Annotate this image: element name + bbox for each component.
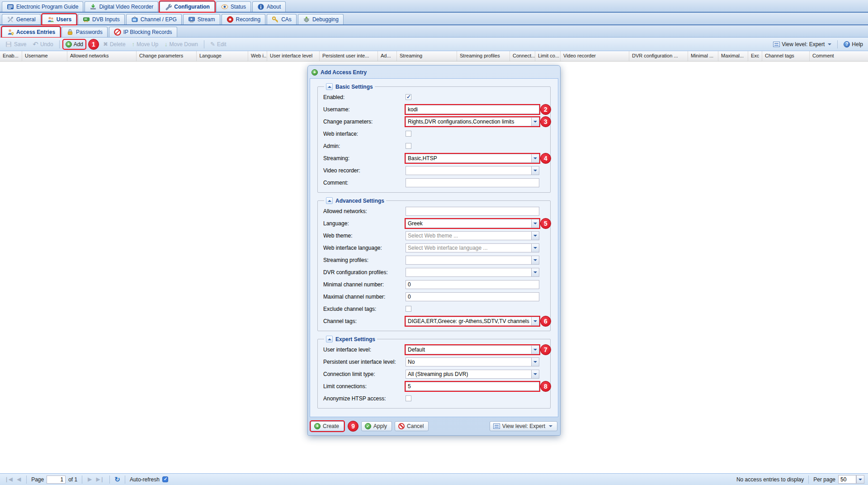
column-header-exclude-tags[interactable]: Exc xyxy=(748,51,762,61)
column-header-user-interface-level[interactable]: User interface level xyxy=(267,51,320,61)
column-header-persistent-ui-level[interactable]: Persistent user inte... xyxy=(320,51,378,61)
tab-cas[interactable]: CAs xyxy=(267,14,297,24)
column-header-streaming-profiles[interactable]: Streaming profiles xyxy=(457,51,510,61)
tab-channel-epg[interactable]: Channel / EPG xyxy=(126,14,182,24)
dropdown-trigger-icon[interactable] xyxy=(531,154,539,163)
streaming-input[interactable] xyxy=(406,154,531,163)
anonymize-htsp-checkbox[interactable] xyxy=(406,395,411,401)
column-header-username[interactable]: Username xyxy=(22,51,67,61)
dropdown-trigger-icon[interactable] xyxy=(531,243,539,252)
tab-digital-video-recorder[interactable]: Digital Video Recorder xyxy=(85,1,158,12)
username-input[interactable] xyxy=(406,105,539,114)
move-down-button[interactable]: ↓ Move Down xyxy=(162,40,200,49)
edit-button[interactable]: ✎ Edit xyxy=(208,40,229,49)
tab-access-entries[interactable]: Access Entries xyxy=(2,27,60,37)
change-parameters-input[interactable] xyxy=(406,117,531,126)
streaming-profiles-input[interactable] xyxy=(406,256,531,265)
dialog-header[interactable]: Add Access Entry xyxy=(310,67,558,78)
enabled-checkbox[interactable] xyxy=(406,94,411,100)
tab-about[interactable]: About xyxy=(252,1,286,12)
undo-button[interactable]: ↶ Undo xyxy=(30,39,55,49)
page-number-input[interactable] xyxy=(47,475,66,484)
column-header-comment[interactable]: Comment xyxy=(810,51,868,61)
column-header-enabled[interactable]: Enab... xyxy=(0,51,22,61)
web-theme-input[interactable] xyxy=(406,231,531,240)
tab-configuration[interactable]: Configuration xyxy=(160,1,215,12)
per-page-select[interactable]: 50 xyxy=(838,475,864,484)
admin-checkbox[interactable] xyxy=(406,143,411,149)
channel-tags-input[interactable] xyxy=(406,317,531,326)
next-page-button[interactable]: ▶ xyxy=(87,476,92,482)
dropdown-trigger-icon[interactable] xyxy=(531,256,539,265)
per-page-trigger-icon[interactable] xyxy=(856,475,864,484)
toolbar-separator xyxy=(204,40,204,48)
dropdown-trigger-icon[interactable] xyxy=(531,268,539,277)
basic-settings-section: Basic Settings Enabled: Username: 2 Chan… xyxy=(317,83,551,193)
exclude-channel-tags-checkbox[interactable] xyxy=(406,306,411,312)
refresh-button[interactable]: ↻ xyxy=(114,475,120,484)
column-header-channel-tags[interactable]: Channel tags xyxy=(762,51,810,61)
column-header-web-interface[interactable]: Web i... xyxy=(248,51,267,61)
user-interface-level-input[interactable] xyxy=(406,345,531,354)
column-header-minimal-channel[interactable]: Minimal ... xyxy=(688,51,718,61)
web-interface-language-input[interactable] xyxy=(406,243,531,252)
move-up-button[interactable]: ↑ Move Up xyxy=(130,40,161,49)
tab-electronic-program-guide[interactable]: Electronic Program Guide xyxy=(2,1,83,12)
collapse-toggle-icon[interactable] xyxy=(326,336,333,342)
tab-status[interactable]: Status xyxy=(216,1,251,12)
column-header-dvr-configuration[interactable]: DVR configuration ... xyxy=(629,51,688,61)
column-header-admin[interactable]: Ad... xyxy=(378,51,397,61)
tab-dvb-inputs[interactable]: DVB Inputs xyxy=(78,14,125,24)
dropdown-trigger-icon[interactable] xyxy=(531,166,539,175)
web-interface-checkbox[interactable] xyxy=(406,131,411,137)
tab-recording[interactable]: Recording xyxy=(222,14,266,24)
column-header-allowed-networks[interactable]: Allowed networks xyxy=(67,51,137,61)
collapse-toggle-icon[interactable] xyxy=(326,197,333,204)
maximal-channel-number-input[interactable] xyxy=(406,292,539,301)
dropdown-trigger-icon[interactable] xyxy=(531,317,539,326)
dropdown-trigger-icon[interactable] xyxy=(531,231,539,240)
column-header-limit-connections[interactable]: Limit co... xyxy=(535,51,561,61)
first-page-button[interactable]: ❘◀ xyxy=(4,476,14,482)
dialog-view-level-button[interactable]: View level: Expert xyxy=(490,421,557,431)
dropdown-trigger-icon[interactable] xyxy=(531,345,539,354)
dropdown-trigger-icon[interactable] xyxy=(531,370,539,379)
video-recorder-input[interactable] xyxy=(406,166,531,175)
column-header-streaming[interactable]: Streaming xyxy=(397,51,457,61)
tab-passwords[interactable]: Passwords xyxy=(61,27,108,37)
dropdown-trigger-icon[interactable] xyxy=(531,117,539,126)
language-input[interactable] xyxy=(406,219,531,228)
apply-button[interactable]: Apply xyxy=(361,421,392,431)
dropdown-trigger-icon[interactable] xyxy=(531,219,539,228)
add-button[interactable]: Add xyxy=(63,40,85,49)
column-header-connection-limit[interactable]: Connect... xyxy=(510,51,535,61)
create-button[interactable]: Create xyxy=(311,421,344,431)
last-page-button[interactable]: ▶❘ xyxy=(95,476,105,482)
dvr-configuration-profiles-input[interactable] xyxy=(406,268,531,277)
view-level-button[interactable]: View level: Expert xyxy=(771,40,834,49)
dropdown-trigger-icon[interactable] xyxy=(531,357,539,366)
tab-users[interactable]: Users xyxy=(42,14,76,24)
connection-limit-type-input[interactable] xyxy=(406,370,531,379)
comment-input[interactable] xyxy=(406,178,539,187)
column-header-maximal-channel[interactable]: Maximal... xyxy=(718,51,748,61)
allowed-networks-input[interactable] xyxy=(406,207,539,216)
tab-stream[interactable]: Stream xyxy=(183,14,220,24)
column-header-language[interactable]: Language xyxy=(197,51,248,61)
limit-connections-input[interactable] xyxy=(406,382,539,391)
prev-page-button[interactable]: ◀ xyxy=(16,476,22,482)
auto-refresh-checkbox[interactable] xyxy=(162,476,168,482)
tab-ip-blocking-records[interactable]: IP Blocking Records xyxy=(109,27,177,37)
help-button[interactable]: Help xyxy=(841,40,865,49)
persistent-ui-level-input[interactable] xyxy=(406,357,531,366)
tab-general[interactable]: General xyxy=(2,14,41,24)
cancel-button[interactable]: Cancel xyxy=(395,421,429,431)
minimal-channel-number-input[interactable] xyxy=(406,280,539,289)
column-header-video-recorder[interactable]: Video recorder xyxy=(561,51,629,61)
tab-debugging[interactable]: Debugging xyxy=(298,14,344,24)
column-header-change-parameters[interactable]: Change parameters xyxy=(137,51,197,61)
save-button[interactable]: Save xyxy=(3,39,28,49)
delete-button[interactable]: ✖ Delete xyxy=(101,40,128,49)
create-label: Create xyxy=(323,423,339,429)
collapse-toggle-icon[interactable] xyxy=(326,83,333,90)
